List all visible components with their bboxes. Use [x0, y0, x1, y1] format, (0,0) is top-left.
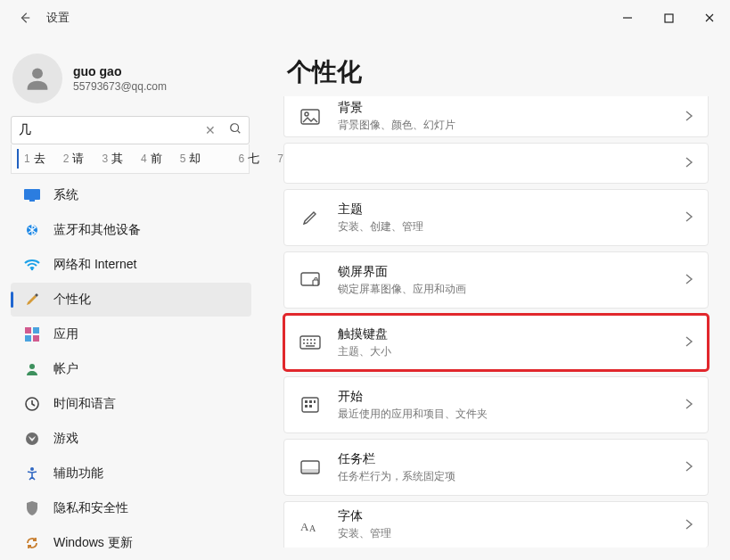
chevron-right-icon [685, 110, 693, 124]
card-fonts[interactable]: AA 字体 安装、管理 [283, 501, 709, 548]
chevron-right-icon [685, 398, 693, 412]
svg-text:A: A [309, 523, 316, 533]
clock-icon [23, 395, 41, 413]
card-start[interactable]: 开始 最近使用的应用和项目、文件夹 [283, 376, 709, 433]
window-title: 设置 [46, 10, 70, 26]
nav-label: 时间和语言 [53, 396, 116, 412]
nav-label: 蓝牙和其他设备 [53, 222, 141, 238]
nav-item-network[interactable]: 网络和 Internet [11, 248, 251, 282]
nav-label: 系统 [53, 187, 78, 203]
nav-item-system[interactable]: 系统 [11, 178, 251, 212]
card-sub: 背景图像、颜色、幻灯片 [338, 118, 455, 133]
svg-rect-7 [25, 327, 31, 334]
nav-item-time-language[interactable]: 时间和语言 [11, 387, 251, 421]
svg-point-2 [231, 124, 239, 132]
nav-label: 帐户 [53, 361, 78, 377]
window-controls [607, 0, 730, 36]
svg-rect-27 [301, 469, 319, 474]
maximize-button[interactable] [648, 0, 689, 36]
nav-item-privacy[interactable]: 隐私和安全性 [11, 491, 251, 525]
nav-label: 隐私和安全性 [53, 500, 128, 516]
card-sub: 安装、创建、管理 [338, 219, 423, 235]
svg-point-11 [29, 364, 35, 369]
taskbar-icon [299, 456, 322, 479]
monitor-icon [23, 186, 41, 204]
card-sub: 最近使用的应用和项目、文件夹 [338, 407, 488, 422]
svg-rect-22 [309, 400, 312, 403]
nav-label: 辅助功能 [53, 465, 103, 482]
nav-item-gaming[interactable]: 游戏 [11, 422, 251, 456]
svg-rect-4 [29, 200, 35, 202]
update-icon [23, 534, 41, 552]
ime-candidate[interactable]: 4 前 [134, 149, 169, 169]
svg-rect-3 [24, 189, 40, 200]
ime-candidate[interactable]: 1 去 [17, 149, 53, 169]
nav-item-personalization[interactable]: 个性化 [11, 283, 251, 317]
user-email: 55793673@qq.com [73, 80, 167, 93]
card-title: 字体 [338, 508, 391, 524]
card-colors-collapsed[interactable] [283, 143, 709, 184]
card-sub: 锁定屏幕图像、应用和动画 [338, 282, 466, 297]
wifi-icon [23, 256, 41, 274]
brush-icon [299, 206, 322, 229]
nav-label: Windows 更新 [53, 535, 133, 551]
chevron-right-icon [685, 518, 693, 532]
card-list: 背景 背景图像、颜色、幻灯片 主题 [283, 96, 709, 548]
ime-candidate-bar: 1 去 2 请 3 其 4 前 5 却 6 七 [11, 144, 250, 174]
card-title: 开始 [338, 389, 488, 405]
picture-icon [299, 105, 322, 128]
user-name: guo gao [73, 64, 167, 78]
keyboard-icon [299, 331, 322, 354]
start-icon [299, 393, 322, 416]
card-themes[interactable]: 主题 安装、创建、管理 [283, 189, 709, 246]
chevron-right-icon [685, 273, 693, 287]
ime-candidate[interactable]: 2 请 [56, 149, 92, 169]
left-panel: guo gao 55793673@qq.com 几 ✕ 1 去 2 请 3 [0, 36, 267, 560]
chevron-right-icon [685, 156, 693, 170]
nav-item-apps[interactable]: 应用 [11, 317, 251, 351]
xbox-icon [23, 430, 41, 448]
chevron-right-icon [685, 210, 693, 225]
chevron-right-icon [685, 335, 693, 350]
shield-icon [23, 499, 41, 517]
paintbrush-icon [23, 291, 41, 309]
svg-point-14 [30, 467, 34, 471]
nav-label: 网络和 Internet [53, 257, 136, 273]
card-background[interactable]: 背景 背景图像、颜色、幻灯片 [283, 96, 709, 137]
svg-rect-9 [25, 335, 31, 342]
card-lockscreen[interactable]: 锁屏界面 锁定屏幕图像、应用和动画 [283, 251, 709, 309]
card-taskbar[interactable]: 任务栏 任务栏行为，系统固定项 [283, 439, 709, 496]
svg-point-16 [305, 112, 308, 116]
accessibility-icon [23, 465, 41, 482]
ime-candidate[interactable]: 6 七 [231, 149, 267, 169]
svg-rect-8 [33, 327, 39, 334]
svg-point-1 [32, 68, 43, 78]
card-touch-keyboard[interactable]: 触摸键盘 主题、大小 [283, 314, 709, 371]
svg-rect-24 [305, 405, 308, 408]
nav-item-account[interactable]: 帐户 [11, 352, 251, 386]
card-sub: 任务栏行为，系统固定项 [338, 469, 455, 484]
nav-item-windows-update[interactable]: Windows 更新 [11, 526, 251, 560]
lockscreen-icon [299, 268, 322, 292]
font-icon: AA [299, 514, 322, 537]
svg-rect-19 [300, 336, 320, 349]
card-sub: 安装、管理 [338, 526, 391, 541]
user-block[interactable]: guo gao 55793673@qq.com [11, 36, 267, 116]
clear-icon[interactable]: ✕ [199, 123, 222, 137]
search-icon[interactable] [222, 122, 249, 137]
title-bar: 设置 [0, 0, 730, 36]
search-input[interactable]: 几 ✕ [11, 116, 250, 144]
nav-label: 个性化 [53, 292, 91, 308]
apps-icon [23, 325, 41, 343]
svg-rect-10 [33, 335, 39, 342]
card-title: 触摸键盘 [338, 326, 391, 342]
nav-list: 系统 蓝牙和其他设备 网络和 Internet 个性化 [11, 177, 267, 560]
ime-candidate[interactable]: 3 其 [94, 149, 130, 169]
back-button[interactable] [11, 4, 39, 32]
close-button[interactable] [689, 0, 730, 36]
nav-item-accessibility[interactable]: 辅助功能 [11, 457, 251, 490]
ime-candidate[interactable]: 5 却 [173, 149, 209, 169]
nav-item-bluetooth[interactable]: 蓝牙和其他设备 [11, 213, 251, 247]
minimize-button[interactable] [607, 0, 648, 36]
right-panel: 个性化 背景 背景图像、颜色、幻灯片 [267, 36, 730, 560]
